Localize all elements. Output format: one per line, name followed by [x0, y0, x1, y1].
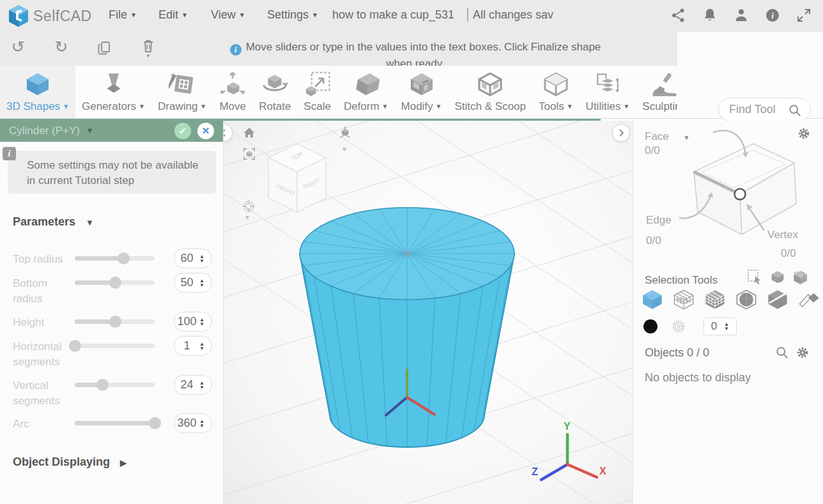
save-status: All changes sav	[473, 8, 553, 22]
chevron-down-icon[interactable]: ▼	[244, 214, 250, 221]
select-whole-object-icon[interactable]	[641, 288, 664, 311]
notifications-bell-icon[interactable]	[702, 8, 718, 23]
toolbar-item-tools[interactable]: Tools▼	[532, 66, 580, 118]
bottom-radius-stepper[interactable]: 50▲▼	[174, 273, 212, 293]
toolbar-item-rotate[interactable]: Rotate	[252, 66, 297, 118]
wireframe-select-icon[interactable]	[672, 288, 695, 311]
scene-canvas: TOP FRONT RIGHT Y Z X	[224, 121, 633, 504]
arc-slider[interactable]	[75, 421, 155, 425]
orbit-target-icon[interactable]	[242, 199, 256, 213]
cylinder-mesh[interactable]	[300, 208, 514, 447]
fit-view-icon[interactable]	[242, 147, 256, 161]
flat-face-select-icon[interactable]	[797, 288, 820, 311]
chevron-down-icon: ▼	[436, 103, 442, 110]
split-select-icon[interactable]	[766, 288, 789, 311]
polygon-select-icon[interactable]	[704, 288, 727, 311]
horizontal-segments-stepper[interactable]: 1▲▼	[174, 336, 212, 356]
document-title[interactable]: how to make a cup_531	[332, 8, 454, 22]
toolbar-item-generators[interactable]: Generators▼	[75, 66, 151, 118]
find-tool-area	[677, 32, 823, 119]
share-icon[interactable]	[671, 8, 686, 23]
round-select-icon[interactable]	[735, 288, 758, 311]
stepper-arrows[interactable]: ▲▼	[721, 322, 732, 331]
3d-viewport[interactable]: TOP FRONT RIGHT Y Z X	[224, 121, 633, 504]
menu-file[interactable]: File▼	[109, 8, 137, 22]
close-button[interactable]: ✕	[197, 123, 214, 139]
slider-thumb[interactable]	[69, 340, 81, 352]
account-person-icon[interactable]	[734, 8, 749, 23]
top-radius-slider[interactable]	[75, 256, 155, 261]
svg-text:Y: Y	[564, 421, 571, 432]
edge-count: 0/0	[646, 234, 661, 247]
menu-settings[interactable]: Settings▼	[267, 8, 318, 22]
navigation-cube[interactable]: TOP FRONT RIGHT	[268, 144, 326, 212]
add-to-selection-cube-icon[interactable]	[769, 269, 785, 284]
bottom-radius-slider[interactable]	[75, 280, 155, 285]
horizontal-segments-slider[interactable]	[75, 344, 155, 348]
collapse-right-panel-button[interactable]	[612, 124, 630, 142]
selection-depth-stepper[interactable]: 0 ▲▼	[704, 317, 737, 335]
top-bar: SelfCAD File▼ Edit▼ View▼ Settings▼ how …	[0, 0, 823, 32]
vertical-segments-slider[interactable]	[75, 383, 155, 387]
slider-thumb[interactable]	[109, 316, 121, 328]
marquee-select-icon[interactable]	[747, 269, 762, 284]
empty-objects-message: No objects to display	[645, 371, 751, 385]
chevron-down-icon: ▼	[239, 11, 245, 19]
vertex-mode-label[interactable]: Vertex	[767, 229, 798, 241]
menu-edit[interactable]: Edit▼	[158, 8, 188, 22]
dotted-sphere-icon[interactable]	[672, 319, 686, 333]
paint-select-brush-icon[interactable]	[643, 319, 658, 333]
gear-icon[interactable]	[797, 126, 811, 141]
stepper-arrows[interactable]: ▲▼	[197, 381, 207, 390]
face-mode-selector[interactable]: Face ▼	[645, 130, 689, 143]
top-radius-stepper[interactable]: 60▲▼	[174, 248, 212, 268]
search-icon[interactable]	[775, 346, 789, 360]
stepper-arrows[interactable]: ▲▼	[197, 254, 207, 263]
param-row-horizontal-segments: Horizontal segments 1▲▼	[0, 335, 224, 357]
toolbar-item-stitch-scoop[interactable]: Stitch & Scoop	[449, 66, 533, 118]
edge-mode-label[interactable]: Edge	[646, 214, 672, 227]
param-label: Bottom radius	[13, 276, 74, 307]
toolbar-item-utilities[interactable]: Utilities▼	[580, 66, 636, 118]
height-slider[interactable]	[75, 319, 155, 324]
chevron-down-icon[interactable]: ▼	[86, 126, 94, 135]
box-selection-cube-icon[interactable]	[792, 269, 807, 284]
slider-thumb[interactable]	[96, 379, 109, 391]
info-icon[interactable]: i	[765, 8, 780, 23]
chevron-down-icon: ▼	[86, 218, 94, 227]
selfcad-logo[interactable]: SelfCAD	[8, 4, 92, 27]
home-view-icon[interactable]	[242, 126, 256, 140]
menu-view[interactable]: View▼	[211, 8, 245, 22]
axes-view-icon[interactable]	[338, 125, 352, 139]
gear-icon[interactable]	[796, 346, 810, 360]
parameters-section-header[interactable]: Parameters▼	[13, 215, 94, 229]
stepper-arrows[interactable]: ▲▼	[197, 317, 207, 326]
chevron-down-icon[interactable]: ▼	[341, 146, 348, 153]
copy-icon[interactable]	[97, 38, 112, 57]
vertical-segments-stepper[interactable]: 24▲▼	[174, 375, 212, 395]
object-displaying-section-header[interactable]: Object Displaying▶	[13, 455, 127, 469]
slider-thumb[interactable]	[149, 417, 161, 429]
redo-icon[interactable]: ↻	[54, 38, 69, 57]
toolbar-item-drawing[interactable]: Drawing▼	[151, 66, 213, 118]
stepper-arrows[interactable]: ▲▼	[197, 419, 207, 428]
toolbar-item-move[interactable]: Move	[213, 66, 252, 118]
toolbar-item-modify[interactable]: Modify▼	[395, 66, 449, 118]
undo-icon[interactable]: ↺	[10, 38, 26, 57]
slider-thumb[interactable]	[118, 252, 130, 264]
utilities-icon	[594, 71, 621, 98]
fullscreen-icon[interactable]	[796, 8, 811, 23]
toolbar-item-3d-shapes[interactable]: 3D Shapes▼	[0, 66, 75, 118]
stepper-arrows[interactable]: ▲▼	[197, 279, 207, 287]
svg-text:X: X	[599, 466, 606, 477]
toolbar-item-scale[interactable]: Scale	[297, 66, 337, 118]
finalize-check-button[interactable]: ✓	[174, 123, 191, 139]
toolbar-item-sculpting[interactable]: Sculpting	[636, 66, 677, 118]
slider-thumb[interactable]	[109, 277, 121, 289]
search-icon[interactable]	[788, 103, 802, 118]
delete-button[interactable]: ▼	[141, 38, 156, 57]
stepper-arrows[interactable]: ▲▼	[197, 342, 207, 351]
arc-stepper[interactable]: 360▲▼	[174, 413, 212, 433]
toolbar-item-deform[interactable]: Deform▼	[337, 66, 395, 118]
height-stepper[interactable]: 100▲▼	[174, 312, 212, 332]
